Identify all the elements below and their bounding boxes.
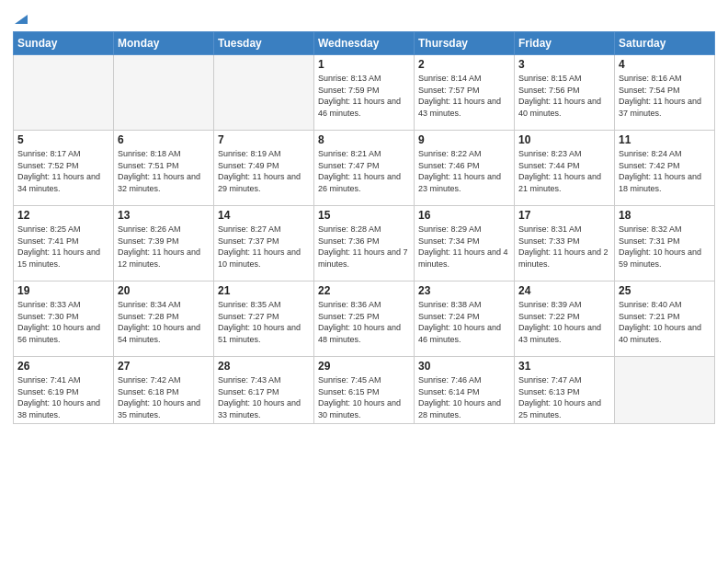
day-info: Sunrise: 7:46 AM Sunset: 6:14 PM Dayligh… [418, 374, 510, 420]
calendar-cell: 29Sunrise: 7:45 AM Sunset: 6:15 PM Dayli… [314, 357, 415, 424]
day-number: 13 [118, 209, 210, 222]
calendar-cell [114, 55, 214, 131]
day-info: Sunrise: 8:40 AM Sunset: 7:21 PM Dayligh… [619, 299, 711, 345]
calendar-cell: 23Sunrise: 8:38 AM Sunset: 7:24 PM Dayli… [415, 282, 515, 357]
calendar-cell: 12Sunrise: 8:25 AM Sunset: 7:41 PM Dayli… [14, 206, 114, 282]
logo [13, 9, 28, 26]
day-info: Sunrise: 7:42 AM Sunset: 6:18 PM Dayligh… [118, 374, 210, 420]
day-number: 24 [518, 284, 610, 297]
day-number: 14 [218, 209, 310, 222]
calendar-cell: 30Sunrise: 7:46 AM Sunset: 6:14 PM Dayli… [415, 357, 515, 424]
day-number: 28 [218, 360, 310, 373]
calendar-cell: 26Sunrise: 7:41 AM Sunset: 6:19 PM Dayli… [14, 357, 114, 424]
day-info: Sunrise: 8:33 AM Sunset: 7:30 PM Dayligh… [17, 299, 109, 345]
day-info: Sunrise: 8:35 AM Sunset: 7:27 PM Dayligh… [218, 299, 310, 345]
logo-icon [15, 13, 28, 26]
day-number: 6 [118, 133, 210, 146]
day-info: Sunrise: 8:19 AM Sunset: 7:49 PM Dayligh… [218, 148, 310, 194]
day-number: 20 [118, 284, 210, 297]
day-info: Sunrise: 8:22 AM Sunset: 7:46 PM Dayligh… [418, 148, 510, 194]
calendar-cell: 17Sunrise: 8:31 AM Sunset: 7:33 PM Dayli… [515, 206, 615, 282]
day-number: 26 [17, 360, 109, 373]
day-number: 15 [318, 209, 410, 222]
weekday-header-sunday: Sunday [14, 32, 114, 55]
weekday-header-row: SundayMondayTuesdayWednesdayThursdayFrid… [14, 32, 715, 55]
day-info: Sunrise: 8:29 AM Sunset: 7:34 PM Dayligh… [418, 224, 510, 270]
weekday-header-monday: Monday [114, 32, 214, 55]
calendar-cell: 13Sunrise: 8:26 AM Sunset: 7:39 PM Dayli… [114, 206, 214, 282]
day-info: Sunrise: 8:27 AM Sunset: 7:37 PM Dayligh… [218, 224, 310, 270]
day-info: Sunrise: 8:15 AM Sunset: 7:56 PM Dayligh… [518, 73, 610, 119]
day-info: Sunrise: 7:45 AM Sunset: 6:15 PM Dayligh… [318, 374, 410, 420]
day-number: 8 [318, 133, 410, 146]
svg-marker-0 [15, 15, 28, 24]
weekday-header-tuesday: Tuesday [214, 32, 314, 55]
calendar-cell: 5Sunrise: 8:17 AM Sunset: 7:52 PM Daylig… [14, 131, 114, 206]
calendar-cell: 2Sunrise: 8:14 AM Sunset: 7:57 PM Daylig… [415, 55, 515, 131]
day-number: 21 [218, 284, 310, 297]
day-number: 25 [619, 284, 711, 297]
day-info: Sunrise: 8:18 AM Sunset: 7:51 PM Dayligh… [118, 148, 210, 194]
calendar-cell: 6Sunrise: 8:18 AM Sunset: 7:51 PM Daylig… [114, 131, 214, 206]
day-number: 2 [418, 58, 510, 71]
calendar-cell: 19Sunrise: 8:33 AM Sunset: 7:30 PM Dayli… [14, 282, 114, 357]
calendar-cell: 27Sunrise: 7:42 AM Sunset: 6:18 PM Dayli… [114, 357, 214, 424]
day-number: 16 [418, 209, 510, 222]
weekday-header-saturday: Saturday [615, 32, 715, 55]
calendar-cell: 22Sunrise: 8:36 AM Sunset: 7:25 PM Dayli… [314, 282, 415, 357]
calendar-week-2: 5Sunrise: 8:17 AM Sunset: 7:52 PM Daylig… [14, 131, 715, 206]
day-info: Sunrise: 8:32 AM Sunset: 7:31 PM Dayligh… [619, 224, 711, 270]
day-info: Sunrise: 8:39 AM Sunset: 7:22 PM Dayligh… [518, 299, 610, 345]
day-number: 5 [17, 133, 109, 146]
calendar-week-5: 26Sunrise: 7:41 AM Sunset: 6:19 PM Dayli… [14, 357, 715, 424]
weekday-header-wednesday: Wednesday [314, 32, 415, 55]
day-number: 31 [518, 360, 610, 373]
calendar-cell: 24Sunrise: 8:39 AM Sunset: 7:22 PM Dayli… [515, 282, 615, 357]
calendar-cell: 16Sunrise: 8:29 AM Sunset: 7:34 PM Dayli… [415, 206, 515, 282]
calendar-cell: 8Sunrise: 8:21 AM Sunset: 7:47 PM Daylig… [314, 131, 415, 206]
day-info: Sunrise: 8:28 AM Sunset: 7:36 PM Dayligh… [318, 224, 410, 270]
day-number: 1 [318, 58, 410, 71]
day-number: 3 [518, 58, 610, 71]
day-info: Sunrise: 8:16 AM Sunset: 7:54 PM Dayligh… [619, 73, 711, 119]
calendar-cell [14, 55, 114, 131]
day-number: 18 [619, 209, 711, 222]
day-info: Sunrise: 8:25 AM Sunset: 7:41 PM Dayligh… [17, 224, 109, 270]
day-info: Sunrise: 8:21 AM Sunset: 7:47 PM Dayligh… [318, 148, 410, 194]
day-number: 30 [418, 360, 510, 373]
day-number: 23 [418, 284, 510, 297]
day-info: Sunrise: 8:14 AM Sunset: 7:57 PM Dayligh… [418, 73, 510, 119]
weekday-header-thursday: Thursday [415, 32, 515, 55]
day-info: Sunrise: 8:24 AM Sunset: 7:42 PM Dayligh… [619, 148, 711, 194]
calendar-cell: 31Sunrise: 7:47 AM Sunset: 6:13 PM Dayli… [515, 357, 615, 424]
calendar-cell: 4Sunrise: 8:16 AM Sunset: 7:54 PM Daylig… [615, 55, 715, 131]
calendar-cell: 1Sunrise: 8:13 AM Sunset: 7:59 PM Daylig… [314, 55, 415, 131]
calendar-cell: 21Sunrise: 8:35 AM Sunset: 7:27 PM Dayli… [214, 282, 314, 357]
day-number: 22 [318, 284, 410, 297]
day-info: Sunrise: 8:23 AM Sunset: 7:44 PM Dayligh… [518, 148, 610, 194]
day-number: 4 [619, 58, 711, 71]
calendar-cell [615, 357, 715, 424]
day-number: 19 [17, 284, 109, 297]
day-info: Sunrise: 8:26 AM Sunset: 7:39 PM Dayligh… [118, 224, 210, 270]
day-info: Sunrise: 7:43 AM Sunset: 6:17 PM Dayligh… [218, 374, 310, 420]
day-number: 17 [518, 209, 610, 222]
day-info: Sunrise: 8:31 AM Sunset: 7:33 PM Dayligh… [518, 224, 610, 270]
day-number: 12 [17, 209, 109, 222]
calendar-week-3: 12Sunrise: 8:25 AM Sunset: 7:41 PM Dayli… [14, 206, 715, 282]
day-info: Sunrise: 7:47 AM Sunset: 6:13 PM Dayligh… [518, 374, 610, 420]
day-info: Sunrise: 8:13 AM Sunset: 7:59 PM Dayligh… [318, 73, 410, 119]
day-number: 27 [118, 360, 210, 373]
calendar-cell: 11Sunrise: 8:24 AM Sunset: 7:42 PM Dayli… [615, 131, 715, 206]
day-info: Sunrise: 7:41 AM Sunset: 6:19 PM Dayligh… [17, 374, 109, 420]
calendar-cell [214, 55, 314, 131]
day-number: 29 [318, 360, 410, 373]
calendar-cell: 15Sunrise: 8:28 AM Sunset: 7:36 PM Dayli… [314, 206, 415, 282]
weekday-header-friday: Friday [515, 32, 615, 55]
calendar-cell: 18Sunrise: 8:32 AM Sunset: 7:31 PM Dayli… [615, 206, 715, 282]
calendar-week-1: 1Sunrise: 8:13 AM Sunset: 7:59 PM Daylig… [14, 55, 715, 131]
page-header [13, 9, 715, 26]
calendar-cell: 9Sunrise: 8:22 AM Sunset: 7:46 PM Daylig… [415, 131, 515, 206]
calendar-cell: 20Sunrise: 8:34 AM Sunset: 7:28 PM Dayli… [114, 282, 214, 357]
day-number: 10 [518, 133, 610, 146]
